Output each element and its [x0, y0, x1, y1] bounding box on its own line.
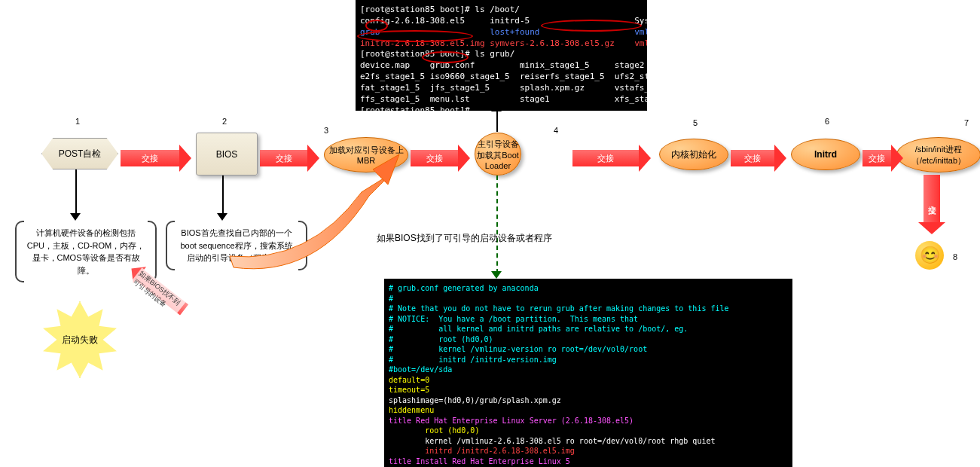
node-mbr: 加载对应引导设备上MBR [324, 137, 408, 172]
node-post: POST自检 [41, 138, 118, 169]
note-found-text: 如果BIOS找到了可引导的启动设备或者程序 [377, 233, 552, 243]
arrowhead-t2 [491, 271, 502, 279]
arrow-6-7: 交接 [862, 145, 903, 172]
node-kernel-label: 内核初始化 [671, 148, 716, 161]
arrow-7-8: 交接 [918, 175, 945, 234]
arrowhead-post [70, 213, 81, 221]
burst-fail-text: 启动失败 [62, 334, 98, 346]
arrow-5-6: 交接 [731, 145, 786, 172]
burst-fail: 启动失败 [41, 301, 118, 378]
arrow-3-4: 交接 [411, 145, 470, 172]
arrow-1-2: 交接 [121, 145, 191, 172]
node-post-label: POST自检 [59, 148, 102, 160]
note-bios: BIOS首先查找自己内部的一个boot sequence程序，搜索系统启动的引导… [166, 221, 307, 270]
arrowhead-bios [217, 213, 227, 221]
num-5: 5 [693, 118, 698, 127]
num-7: 7 [964, 118, 969, 127]
terminal-grub-conf: # grub.conf generated by anaconda # # No… [384, 279, 792, 467]
num-8: 8 [953, 252, 957, 261]
node-initrd: Initrd [791, 139, 860, 170]
num-3: 3 [324, 126, 328, 135]
circle-vmlinuz [541, 20, 642, 32]
node-init-label: /sbin/init进程（/etc/inittab） [897, 144, 980, 166]
arrow-1-2-label: 交接 [142, 153, 158, 164]
arrow-4-5-label: 交接 [597, 153, 614, 164]
node-init: /sbin/init进程（/etc/inittab） [896, 137, 980, 172]
arrow-2-3-label: 交接 [276, 153, 292, 164]
node-bios: BIOS [196, 133, 258, 176]
line-n4-term2 [496, 176, 498, 273]
note-post-text: 计算机硬件设备的检测包括CPU，主板，CD-ROM，内存，显卡，CMOS等设备是… [27, 228, 145, 275]
terminal-ls-boot: [root@station85 boot]# ls /boot/ config-… [356, 0, 647, 111]
arrow-4-5: 交接 [572, 145, 651, 172]
num-1: 1 [75, 117, 80, 126]
note-bios-text: BIOS首先查找自己内部的一个boot sequence程序，搜索系统启动的引导… [180, 228, 292, 262]
smile-icon: 😊 [915, 241, 944, 270]
node-initrd-label: Initrd [814, 149, 837, 160]
node-bios-label: BIOS [216, 149, 238, 160]
node-kernel: 内核初始化 [659, 139, 728, 170]
line-post-note [75, 169, 77, 215]
node-bootloader-label: 主引导设备加载其Boot Loader [475, 139, 521, 170]
line-bios-note [222, 176, 224, 215]
num-6: 6 [825, 117, 829, 126]
circle-grub [365, 20, 388, 32]
num-4: 4 [554, 126, 558, 135]
arrow-5-6-label: 交接 [744, 153, 761, 164]
node-mbr-label: 加载对应引导设备上MBR [325, 145, 408, 165]
node-bootloader: 主引导设备加载其Boot Loader [475, 133, 521, 176]
note-found: 如果BIOS找到了可引导的启动设备或者程序 [377, 231, 552, 245]
circle-initrd [357, 30, 473, 42]
arrow-3-4-label: 交接 [426, 153, 443, 164]
circle-grubconf [422, 51, 469, 63]
arrow-6-7-label: 交接 [869, 153, 885, 164]
num-2: 2 [222, 117, 227, 126]
arrow-2-3: 交接 [260, 145, 319, 172]
